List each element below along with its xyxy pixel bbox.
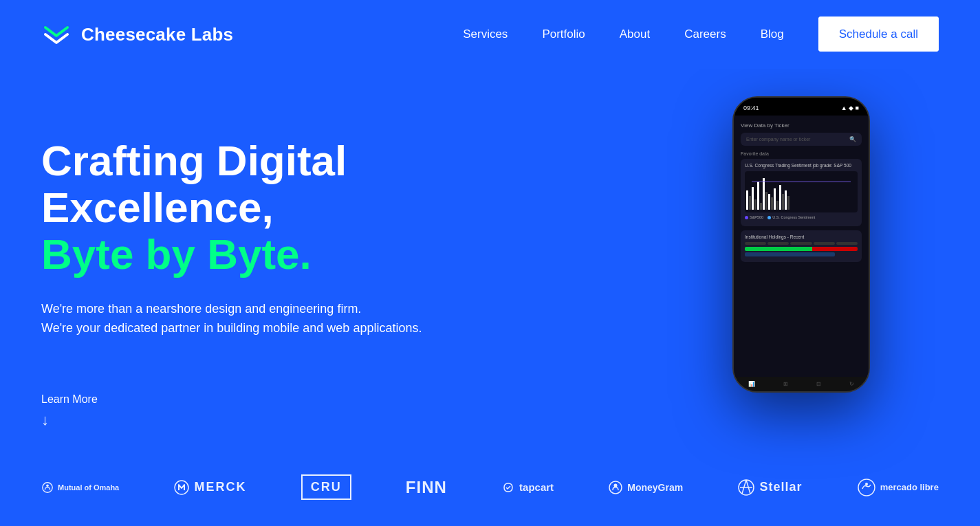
logo-link[interactable]: Cheesecake Labs — [41, 19, 233, 50]
svg-line-7 — [742, 480, 746, 494]
learn-more-link[interactable]: Learn More ↓ — [41, 393, 495, 429]
navbar: Cheesecake Labs Services Portfolio About… — [0, 0, 980, 69]
phone-chart — [745, 171, 858, 212]
hero-title: Crafting Digital Excellence, Byte by Byt… — [41, 138, 495, 278]
phone-mockup-container: 09:41 ▲ ◆ ■ View Data by Ticker Enter co… — [732, 96, 884, 393]
nav-portfolio[interactable]: Portfolio — [542, 28, 585, 41]
merck-icon — [173, 479, 190, 496]
brand-stellar: Stellar — [737, 479, 802, 496]
phone-screen: View Data by Ticker Enter company name o… — [734, 116, 869, 377]
brand-moneygram: MoneyGram — [608, 480, 683, 495]
logo-icon — [41, 19, 72, 50]
svg-line-8 — [746, 480, 750, 494]
phone-search-icon: 🔍 — [849, 136, 856, 142]
phone-screen-header: View Data by Ticker — [741, 122, 862, 129]
phone-nav-chart-icon: 📊 — [748, 381, 755, 387]
logo-text: Cheesecake Labs — [81, 24, 233, 45]
brand-mercado-libre: mercado libre — [857, 478, 939, 497]
phone-legend: S&P500 U.S. Congress Sentiment — [745, 215, 858, 219]
nav-careers[interactable]: Careers — [684, 28, 726, 41]
phone-nav-refresh-icon: ↻ — [849, 381, 854, 387]
hero-subtitle: We're more than a nearshore design and e… — [41, 299, 495, 339]
stellar-icon — [737, 479, 755, 496]
phone-chart-line — [752, 182, 851, 182]
phone-search-box: Enter company name or ticker 🔍 — [741, 133, 862, 146]
phone-card-2: Institutional Holdings - Recent — [741, 230, 862, 262]
nav-blog[interactable]: Blog — [761, 28, 784, 41]
phone-notch — [779, 103, 820, 113]
phone-status-bar: 09:41 ▲ ◆ ■ — [734, 98, 869, 116]
nav-about[interactable]: About — [620, 28, 650, 41]
brand-mutual-of-omaha: Mutual of Omaha — [41, 481, 119, 494]
phone-bar-blue — [745, 252, 835, 256]
brand-finn: FINN — [406, 478, 447, 497]
nav-services[interactable]: Services — [463, 28, 508, 41]
svg-point-1 — [46, 484, 49, 487]
moneygram-icon — [608, 480, 623, 495]
phone-nav-grid-icon: ⊞ — [783, 381, 788, 387]
nav-links: Services Portfolio About Careers Blog Sc… — [463, 28, 939, 41]
phone-bar-green-red — [745, 247, 858, 251]
phone-nav-filter-icon: ⊟ — [816, 381, 821, 387]
tapcart-icon — [501, 481, 515, 494]
phone-mockup: 09:41 ▲ ◆ ■ View Data by Ticker Enter co… — [732, 96, 870, 393]
hero-section: Crafting Digital Excellence, Byte by Byt… — [0, 69, 980, 447]
brand-merck: MERCK — [173, 479, 246, 496]
brand-cru: CRU — [301, 474, 351, 500]
mercado-libre-icon — [857, 478, 876, 497]
svg-point-9 — [858, 479, 875, 496]
brands-bar: Mutual of Omaha MERCK CRU FINN t — [0, 447, 980, 526]
svg-point-4 — [614, 483, 618, 487]
phone-card-1: U.S. Congress Trading Sentiment job grad… — [741, 159, 862, 226]
phone-bottom-bar: 📊 ⊞ ⊟ ↻ — [734, 377, 869, 391]
phone-favorite-label: Favorite data — [741, 151, 862, 156]
mutual-omaha-icon — [41, 481, 54, 494]
down-arrow-icon: ↓ — [41, 411, 49, 429]
phone-chart-bars — [745, 171, 858, 212]
hero-content: Crafting Digital Excellence, Byte by Byt… — [41, 110, 495, 429]
svg-point-10 — [865, 483, 868, 485]
brand-tapcart: tapcart — [501, 481, 554, 494]
hero-title-accent: Byte by Byte. — [41, 231, 495, 278]
schedule-call-button[interactable]: Schedule a call — [818, 17, 939, 52]
